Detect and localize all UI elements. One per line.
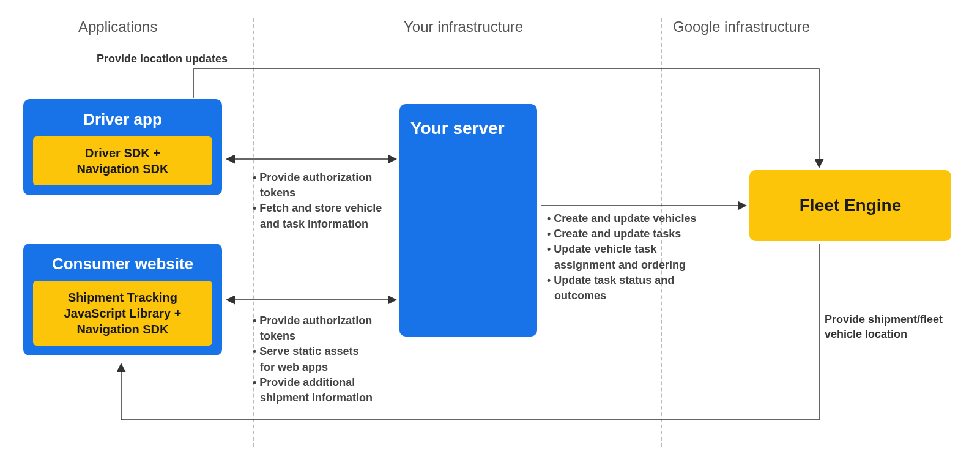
arrows [0,0,980,454]
